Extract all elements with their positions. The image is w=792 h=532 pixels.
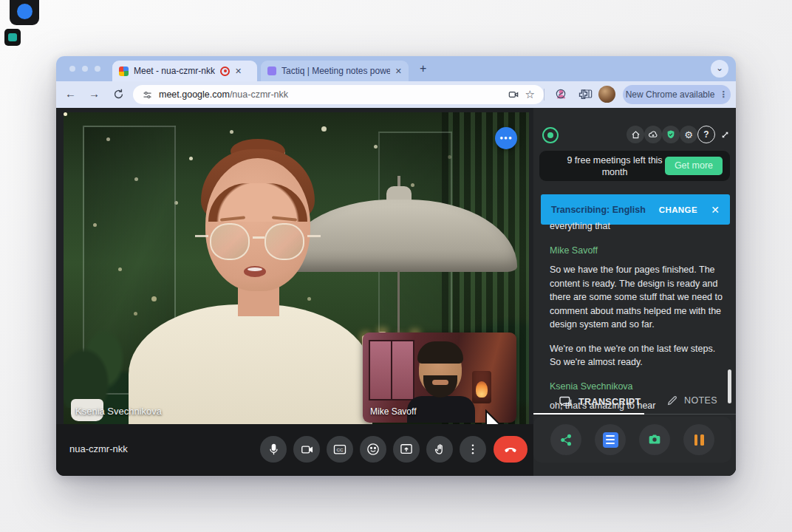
- active-tab-underline: [533, 413, 644, 415]
- url-bar[interactable]: meet.google.com/nua-czmr-nkk ☆: [133, 85, 544, 104]
- cloud-upload-button[interactable]: [644, 126, 662, 143]
- journeys-icon[interactable]: [561, 88, 567, 100]
- url-path: /nua-czmr-nkk: [230, 89, 288, 100]
- home-button[interactable]: [627, 126, 644, 143]
- tab-notes-label: NOTES: [684, 395, 717, 406]
- tab-notes[interactable]: NOTES: [666, 395, 717, 406]
- chrome-update-button[interactable]: New Chrome available ⋮: [623, 85, 731, 104]
- free-meetings-banner: 9 free meetings left this month Get more: [539, 151, 730, 181]
- google-docs-button[interactable]: [595, 424, 626, 455]
- tactiq-sidebar: ⚙ ? 9 free meetings left this month Get …: [533, 108, 736, 476]
- transcript-speaker: Ksenia Svechnikova: [550, 380, 726, 394]
- tab-title: Tactiq | Meeting notes power: [281, 66, 390, 76]
- transcript-panel[interactable]: everything that Mike Savoff So we have t…: [550, 219, 726, 422]
- participant-body: [129, 304, 372, 426]
- camera-in-use-icon[interactable]: [508, 89, 519, 100]
- browser-menu-icon[interactable]: ⋮: [719, 89, 728, 100]
- recording-indicator-icon: [220, 66, 230, 76]
- tab-close-icon[interactable]: ✕: [235, 66, 242, 76]
- bookmark-star-icon[interactable]: ☆: [525, 88, 535, 101]
- present-button[interactable]: [393, 436, 420, 463]
- glasses-arm: [195, 235, 208, 237]
- tactiq-action-bar: [533, 417, 731, 463]
- pip-hair: [417, 341, 463, 364]
- glasses-arm: [307, 235, 321, 237]
- pip-beard: [423, 375, 457, 398]
- record-widget-icon: [8, 33, 17, 41]
- tab-close-icon[interactable]: ✕: [395, 66, 402, 76]
- pause-button[interactable]: [683, 424, 714, 455]
- participant-name-label: Ksenia Svechnikova: [75, 406, 162, 417]
- more-vertical-icon: [466, 443, 479, 456]
- captions-icon: CC: [332, 442, 347, 457]
- pause-icon: [694, 434, 704, 446]
- side-panel-icon[interactable]: [578, 88, 593, 100]
- settings-button[interactable]: ⚙: [680, 126, 697, 143]
- camera-button[interactable]: [293, 436, 320, 463]
- transcribing-label: Transcribing: English: [551, 205, 646, 215]
- home-icon: [631, 130, 641, 140]
- meet-page: ●●● Ksenia Svechnikova Mike Savoff nua-c…: [56, 108, 736, 476]
- pip-window: [369, 340, 414, 400]
- back-button[interactable]: ←: [65, 87, 76, 100]
- cloud-upload-icon: [648, 129, 658, 140]
- new-tab-button[interactable]: +: [420, 62, 426, 75]
- glasses-left-lens: [210, 223, 250, 260]
- tab-tactiq[interactable]: Tactiq | Meeting notes power ✕: [261, 61, 409, 81]
- profile-avatar[interactable]: [598, 86, 615, 103]
- chat-notification-bubble[interactable]: ●●●: [495, 127, 517, 149]
- cc-glyph: CC: [336, 447, 344, 452]
- notes-pencil-icon: [666, 395, 678, 406]
- site-settings-icon[interactable]: [142, 89, 153, 100]
- share-icon: [559, 433, 573, 447]
- reactions-button[interactable]: [360, 436, 386, 463]
- close-banner-icon[interactable]: ✕: [711, 204, 720, 216]
- privacy-shield-button[interactable]: [662, 126, 680, 143]
- shield-check-icon: [666, 129, 676, 140]
- end-call-button[interactable]: [494, 436, 528, 463]
- browser-window: Meet - nua-czmr-nkk ✕ Tactiq | Meeting n…: [56, 56, 736, 476]
- tab-strip: Meet - nua-czmr-nkk ✕ Tactiq | Meeting n…: [56, 56, 736, 81]
- more-options-button[interactable]: [460, 436, 486, 463]
- smiley-icon: [366, 442, 380, 457]
- traffic-light-close[interactable]: [69, 66, 75, 72]
- get-more-button[interactable]: Get more: [665, 157, 723, 175]
- microphone-button[interactable]: [260, 436, 287, 463]
- forward-button[interactable]: →: [89, 87, 100, 100]
- reload-button[interactable]: [112, 88, 125, 100]
- pip-shirt: [407, 396, 475, 423]
- help-button[interactable]: ?: [697, 126, 715, 143]
- google-docs-icon: [603, 432, 618, 448]
- url-host: meet.google.com: [159, 89, 230, 100]
- plant-left: [64, 327, 124, 408]
- present-icon: [399, 442, 414, 457]
- tab-search-chevron-icon[interactable]: ⌄: [711, 60, 728, 78]
- main-video-tile[interactable]: ●●● Ksenia Svechnikova Mike Savoff: [64, 112, 529, 426]
- transcript-chat-icon: [559, 395, 573, 409]
- gear-icon: ⚙: [684, 129, 693, 140]
- chrome-update-label: New Chrome available: [626, 89, 715, 100]
- screen-widget-record[interactable]: [4, 29, 21, 46]
- captions-button[interactable]: CC: [327, 436, 353, 463]
- string-lights: [64, 112, 67, 116]
- tab-transcript[interactable]: TRANSCRIPT: [559, 395, 641, 409]
- tactiq-tab-icon: [267, 66, 276, 75]
- screen-widget-chat[interactable]: [10, 0, 39, 25]
- expand-button[interactable]: [716, 126, 734, 143]
- raise-hand-button[interactable]: [426, 436, 453, 463]
- transcript-line: We're on the we're on the last few steps…: [550, 342, 726, 369]
- screenshot-button[interactable]: [639, 424, 670, 455]
- share-button[interactable]: [550, 424, 581, 455]
- transcript-speaker: Mike Savoff: [550, 244, 726, 258]
- pip-name-label: Mike Savoff: [370, 406, 416, 417]
- change-language-button[interactable]: CHANGE: [659, 205, 697, 214]
- microphone-icon: [267, 443, 281, 457]
- tab-transcript-label: TRANSCRIPT: [578, 397, 641, 407]
- tab-meet[interactable]: Meet - nua-czmr-nkk ✕: [112, 61, 257, 81]
- chat-bubble-icon: [17, 4, 33, 19]
- traffic-light-zoom[interactable]: [95, 66, 100, 72]
- traffic-light-minimize[interactable]: [82, 66, 88, 72]
- camera-icon: [300, 443, 314, 457]
- transcript-line: everything that: [550, 219, 726, 233]
- free-meetings-text: 9 free meetings left this month: [556, 154, 674, 178]
